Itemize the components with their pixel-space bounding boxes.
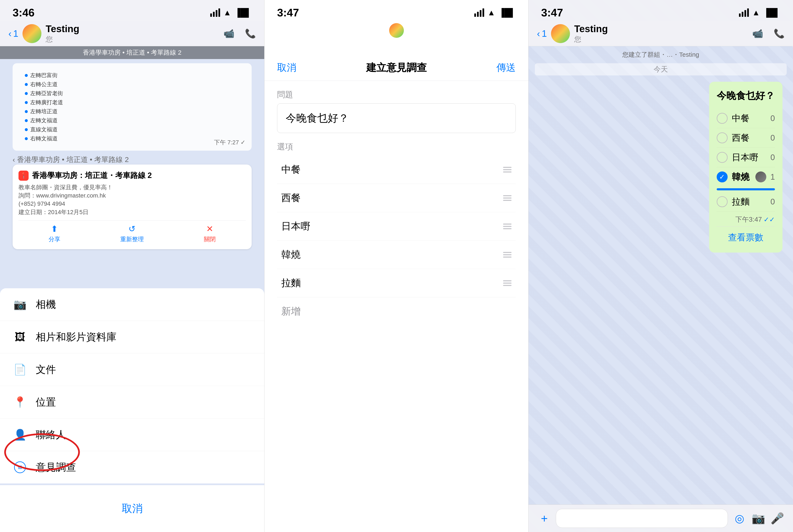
poll-option-row-4[interactable]: ✓ 韓燒 1 xyxy=(717,167,775,190)
place-icon-1: 📍 xyxy=(18,171,29,181)
message-input[interactable] xyxy=(556,509,728,528)
plus-button[interactable]: + xyxy=(537,512,552,525)
sticker-icon[interactable]: ◎ xyxy=(732,512,747,525)
wifi-icon-1: ▲ xyxy=(223,8,232,17)
option-count-1: 0 xyxy=(771,114,775,123)
mic-icon[interactable]: 🎤 xyxy=(770,512,785,525)
option-text-1: 中餐 xyxy=(281,163,301,176)
status-icons-3: ▲ ▐█▌ xyxy=(739,8,780,17)
poll-nav: 取消 建立意見調查 傳送 xyxy=(264,40,528,81)
action-sheet-1: 📷 相機 🖼 相片和影片資料庫 📄 文件 📍 位置 👤 聯絡人 xyxy=(0,288,264,532)
action-item-poll[interactable]: ≡ 意見調查 xyxy=(0,451,264,483)
nav-actions-1: 📹 📞 xyxy=(223,28,256,39)
direction-item: 右轉公主道 xyxy=(25,80,239,89)
direction-item: 左轉巴富街 xyxy=(25,71,239,80)
chevron-left-icon-3: ‹ xyxy=(537,28,540,39)
action-label-camera: 相機 xyxy=(36,298,56,311)
back-button-3[interactable]: ‹ 1 xyxy=(537,28,547,39)
option-count-3: 0 xyxy=(771,153,775,162)
cancel-button-1[interactable]: 取消 xyxy=(13,494,252,524)
chat-subtitle-1: 您 xyxy=(45,35,223,44)
back-button-1[interactable]: ‹ 1 xyxy=(8,28,18,39)
share-icon: ⬆ xyxy=(51,224,58,234)
option-label-1: 中餐 xyxy=(732,112,766,124)
avatar-3 xyxy=(551,24,570,43)
place-actions: ⬆ 分享 ↺ 重新整理 ✕ 關閉 xyxy=(18,221,246,243)
option-text-2: 西餐 xyxy=(281,191,301,205)
poll-option-row-2[interactable]: 西餐 0 xyxy=(717,128,775,148)
direction-item: 左轉文福道 xyxy=(25,116,239,125)
camera-input-icon[interactable]: 📷 xyxy=(751,512,766,525)
nav-actions-3: 📹 📞 xyxy=(752,28,785,39)
drag-handle-5[interactable] xyxy=(503,280,512,286)
back-count-3: 1 xyxy=(542,28,547,39)
poll-option-row-1[interactable]: 中餐 0 xyxy=(717,109,775,128)
drag-handle-2[interactable] xyxy=(503,195,512,201)
panel-3: 3:47 ▲ ▐█▌ ‹ 1 Testing 您 xyxy=(529,0,793,532)
input-bar-3: + ◎ 📷 🎤 xyxy=(529,505,793,532)
poll-option-row-3[interactable]: 日本嘢 0 xyxy=(717,148,775,167)
action-label-photo: 相片和影片資料庫 xyxy=(36,330,116,344)
panel-1: 3:46 ▲ ▐█▌ ‹ 1 Testing 您 📹 📞 xyxy=(0,0,264,532)
direction-item: 左轉廣打老道 xyxy=(25,98,239,107)
poll-cancel-button[interactable]: 取消 xyxy=(277,61,296,74)
option-label-4: 韓燒 xyxy=(732,171,750,183)
place-title-1: 香港學車功房：培正道・考車路線 2 xyxy=(32,170,152,181)
drag-handle-3[interactable] xyxy=(503,224,512,229)
back-count-1: 1 xyxy=(13,28,18,39)
add-option-button[interactable]: 新增 xyxy=(277,297,516,325)
question-input[interactable]: 今晚食乜好？ xyxy=(277,103,516,133)
option-count-5: 0 xyxy=(771,197,775,206)
poll-option-4: 韓燒 xyxy=(277,241,516,269)
radio-1 xyxy=(717,113,727,124)
battery-icon-2: ▐█▌ xyxy=(499,8,516,17)
action-item-location[interactable]: 📍 位置 xyxy=(0,386,264,419)
radio-5 xyxy=(717,196,727,207)
share-label: 分享 xyxy=(49,235,60,243)
close-action[interactable]: ✕ 關閉 xyxy=(204,224,216,243)
poll-option-row-5[interactable]: 拉麵 0 xyxy=(717,192,775,212)
share-action[interactable]: ⬆ 分享 xyxy=(49,224,60,243)
option-label-5: 拉麵 xyxy=(732,196,766,208)
rearrange-action[interactable]: ↺ 重新整理 xyxy=(120,224,144,243)
status-time-3: 3:47 xyxy=(541,6,563,19)
rearrange-label: 重新整理 xyxy=(120,235,144,243)
action-item-contact[interactable]: 👤 聯絡人 xyxy=(0,419,264,451)
chat-subtitle-3: 您 xyxy=(574,35,752,44)
video-icon-3[interactable]: 📹 xyxy=(752,28,763,39)
avatar-1 xyxy=(22,24,41,43)
action-item-camera[interactable]: 📷 相機 xyxy=(0,288,264,321)
nav-title-group-1: Testing 您 xyxy=(45,23,223,44)
today-label: 今天 xyxy=(535,63,787,75)
signal-icon-3 xyxy=(739,8,749,17)
action-label-contact: 聯絡人 xyxy=(36,428,66,441)
nav-bar-1: ‹ 1 Testing 您 📹 📞 xyxy=(0,21,264,46)
question-label: 問題 xyxy=(277,89,516,100)
poll-time-row: 下午3:47 ✓✓ xyxy=(717,215,775,224)
battery-icon-3: ▐█▌ xyxy=(763,8,780,17)
action-item-doc[interactable]: 📄 文件 xyxy=(0,354,264,386)
video-icon-1[interactable]: 📹 xyxy=(223,28,235,39)
panel3-header: 3:47 ▲ ▐█▌ ‹ 1 Testing 您 xyxy=(529,0,793,46)
signal-icon-2 xyxy=(474,8,484,17)
action-label-poll: 意見調查 xyxy=(36,460,76,474)
action-item-photo[interactable]: 🖼 相片和影片資料庫 xyxy=(0,321,264,354)
drag-handle-1[interactable] xyxy=(503,167,512,172)
action-menu: 📷 相機 🖼 相片和影片資料庫 📄 文件 📍 位置 👤 聯絡人 xyxy=(0,288,264,483)
directions-list: 左轉巴富街 右轉公主道 左轉亞皆老街 左轉廣打老道 左轉培正道 左轉文福道 直線… xyxy=(19,68,245,147)
status-time-1: 3:46 xyxy=(13,6,35,19)
poll-bubble: 今晚食乜好？ 中餐 0 西餐 0 xyxy=(709,82,782,252)
poll-option-row-1-inner: 中餐 0 xyxy=(717,109,775,128)
photo-icon: 🖼 xyxy=(13,330,27,344)
view-votes-button[interactable]: 查看票數 xyxy=(717,226,775,248)
drag-handle-4[interactable] xyxy=(503,252,512,258)
phone-icon-1[interactable]: 📞 xyxy=(245,28,256,39)
poll-send-button[interactable]: 傳送 xyxy=(496,61,516,74)
poll-time: 下午3:47 xyxy=(735,215,762,224)
prev-message-hint: 您建立了群組・…・Testing xyxy=(535,51,787,59)
option-count-2: 0 xyxy=(771,133,775,142)
status-bar-2: 3:47 ▲ ▐█▌ xyxy=(264,0,528,21)
chat-title-3: Testing xyxy=(574,23,752,35)
poll-option-1: 中餐 xyxy=(277,155,516,184)
phone-icon-3[interactable]: 📞 xyxy=(774,28,785,39)
